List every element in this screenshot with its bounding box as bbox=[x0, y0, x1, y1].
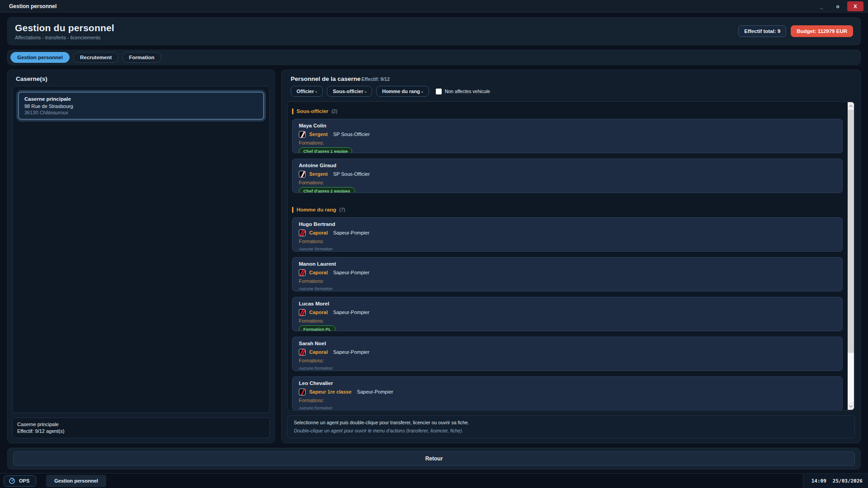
formations-label: Formations: bbox=[299, 398, 836, 403]
agent-rank: Sergent bbox=[309, 131, 328, 137]
formations-label: Formations: bbox=[299, 239, 836, 244]
caserne-name: Caserne principale bbox=[24, 96, 258, 102]
agent-card[interactable]: Lucas Morel Caporal Sapeur-Pompier Forma… bbox=[292, 297, 843, 331]
formations-label: Formations: bbox=[299, 180, 836, 185]
formation-badge: Chef d'agres 1 equipe bbox=[299, 147, 352, 153]
taskbar-item-gestion-personnel[interactable]: Gestion personnel bbox=[46, 475, 106, 487]
agent-name: Leo Chevalier bbox=[299, 380, 836, 386]
formation-slot: Aucune formation bbox=[299, 286, 836, 291]
agent-role: Sapeur-Pompier bbox=[333, 270, 369, 275]
agent-rank: Sapeur 1re classe bbox=[309, 389, 352, 394]
caserne-summary-name: Caserne principale bbox=[17, 421, 265, 428]
section-count: (7) bbox=[340, 207, 345, 212]
formations-label: Formations: bbox=[299, 141, 836, 145]
formations-label: Formations: bbox=[299, 358, 836, 363]
effectif-total-badge: Effectif total: 9 bbox=[738, 25, 786, 37]
agent-card[interactable]: Maya Colin Sergent SP Sous-Officier Form… bbox=[292, 119, 843, 153]
agent-rank-row: Sergent SP Sous-Officier bbox=[299, 170, 836, 178]
agent-rank: Caporal bbox=[309, 230, 328, 235]
personnel-list-container: Sous-officier (2) Maya Colin Sergent SP … bbox=[287, 101, 855, 411]
tab-recrutement[interactable]: Recrutement bbox=[73, 52, 118, 63]
agent-rank: Caporal bbox=[309, 270, 328, 275]
non-affectes-label: Non affectes vehicule bbox=[445, 89, 490, 94]
page-header: Gestion du personnel Affectations - tran… bbox=[7, 17, 861, 45]
section-label: Sous-officier bbox=[297, 108, 328, 114]
agent-name: Manon Laurent bbox=[299, 261, 836, 267]
agent-rank-row: Caporal Sapeur-Pompier bbox=[299, 269, 836, 276]
casernes-panel-title: Caserne(s) bbox=[12, 74, 270, 86]
agent-rank: Sergent bbox=[309, 171, 328, 177]
clock-date: 25/03/2026 bbox=[833, 478, 863, 484]
caserne-summary-effectif: Effectif: 9/12 agent(s) bbox=[17, 428, 265, 435]
maximize-button[interactable]: o bbox=[831, 1, 844, 11]
agent-role: Sapeur-Pompier bbox=[357, 389, 393, 394]
agent-name: Sarah Noel bbox=[299, 341, 836, 347]
rank-insignia-icon bbox=[299, 309, 306, 316]
agent-name: Maya Colin bbox=[299, 123, 836, 129]
window-title: Gestion personnel bbox=[0, 3, 57, 9]
section-count: (2) bbox=[331, 108, 337, 114]
no-formation-text: Aucune formation bbox=[299, 405, 836, 410]
rank-filter-button[interactable]: Officier - bbox=[291, 86, 323, 97]
app-area: Gestion du personnel Affectations - tran… bbox=[0, 13, 868, 473]
scrollbar-down-icon[interactable] bbox=[848, 402, 854, 410]
scrollbar[interactable] bbox=[848, 102, 854, 410]
minimize-button[interactable]: _ bbox=[815, 1, 828, 11]
formations-label: Formations: bbox=[299, 279, 836, 284]
taskbar: OPS Gestion personnel 14:09 25/03/2026 bbox=[0, 473, 868, 488]
agent-role: Sapeur-Pompier bbox=[333, 310, 369, 315]
page-title: Gestion du personnel bbox=[15, 23, 114, 33]
agent-rank-row: Sapeur 1re classe Sapeur-Pompier bbox=[299, 388, 836, 395]
caserne-address: 98 Rue de Strasbourg bbox=[24, 103, 258, 109]
window-titlebar: Gestion personnel _ o X bbox=[0, 0, 868, 13]
personnel-panel: Personnel de la caserne Effectif: 9/12 O… bbox=[281, 70, 861, 443]
section-label: Homme du rang bbox=[297, 207, 336, 212]
agent-rank-row: Caporal Sapeur-Pompier bbox=[299, 229, 836, 236]
agent-rank: Caporal bbox=[309, 310, 328, 315]
close-button[interactable]: X bbox=[847, 1, 863, 11]
help-box: Selectionne un agent puis double-clique … bbox=[287, 415, 855, 438]
retour-button[interactable]: Retour bbox=[13, 451, 855, 466]
non-affectes-checkbox[interactable] bbox=[436, 89, 442, 94]
scrollbar-up-icon[interactable] bbox=[848, 102, 854, 110]
no-formation-text: Aucune formation bbox=[299, 246, 836, 251]
window-controls: _ o X bbox=[815, 1, 868, 11]
rank-insignia-icon bbox=[299, 269, 306, 276]
rank-insignia-icon bbox=[299, 389, 306, 395]
agent-name: Hugo Bertrand bbox=[299, 221, 836, 227]
personnel-list: Sous-officier (2) Maya Colin Sergent SP … bbox=[288, 102, 854, 410]
agent-card[interactable]: Antoine Giraud Sergent SP Sous-Officier … bbox=[292, 159, 843, 193]
agent-rank-row: Sergent SP Sous-Officier bbox=[299, 131, 836, 138]
agent-rank: Caporal bbox=[309, 349, 328, 355]
content-row: Caserne(s) Caserne principale 98 Rue de … bbox=[7, 70, 861, 443]
agent-card[interactable]: Leo Chevalier Sapeur 1re classe Sapeur-P… bbox=[292, 376, 843, 410]
personnel-section-header: Sous-officier (2) bbox=[292, 107, 843, 115]
page-subtitle: Affectations - transferts - licenciement… bbox=[15, 35, 114, 40]
scrollbar-thumb[interactable] bbox=[848, 110, 854, 353]
rank-filter-button[interactable]: Homme du rang - bbox=[376, 86, 429, 97]
clock-area: 14:09 25/03/2026 bbox=[803, 474, 868, 488]
caserne-card-selected[interactable]: Caserne principale 98 Rue de Strasbourg … bbox=[18, 92, 264, 120]
rank-insignia-icon bbox=[299, 230, 306, 236]
gauge-icon bbox=[9, 478, 15, 484]
formation-slot: Formation PL bbox=[299, 325, 836, 331]
tab-gestion-personnel[interactable]: Gestion personnel bbox=[10, 52, 70, 63]
agent-role: SP Sous-Officier bbox=[333, 171, 370, 177]
rank-insignia-icon bbox=[299, 171, 306, 178]
tab-formation[interactable]: Formation bbox=[122, 52, 161, 63]
ops-label: OPS bbox=[19, 478, 29, 483]
ops-button[interactable]: OPS bbox=[4, 475, 36, 487]
agent-card[interactable]: Hugo Bertrand Caporal Sapeur-Pompier For… bbox=[292, 217, 843, 252]
retour-bar: Retour bbox=[7, 448, 861, 469]
agent-card[interactable]: Manon Laurent Caporal Sapeur-Pompier For… bbox=[292, 257, 843, 291]
agent-name: Lucas Morel bbox=[299, 301, 836, 307]
formation-slot: Chef d'agres 1 equipe bbox=[299, 147, 836, 153]
vehicle-filter: Non affectes vehicule bbox=[436, 89, 490, 94]
agent-rank-row: Caporal Sapeur-Pompier bbox=[299, 348, 836, 356]
agent-card[interactable]: Sarah Noel Caporal Sapeur-Pompier Format… bbox=[292, 337, 843, 371]
agent-name: Antoine Giraud bbox=[299, 163, 836, 169]
caserne-list: Caserne principale 98 Rue de Strasbourg … bbox=[12, 86, 270, 413]
formation-badge: Formation PL bbox=[299, 325, 335, 331]
personnel-panel-title: Personnel de la caserne bbox=[291, 75, 361, 82]
rank-filter-button[interactable]: Sous-officier - bbox=[327, 86, 372, 97]
